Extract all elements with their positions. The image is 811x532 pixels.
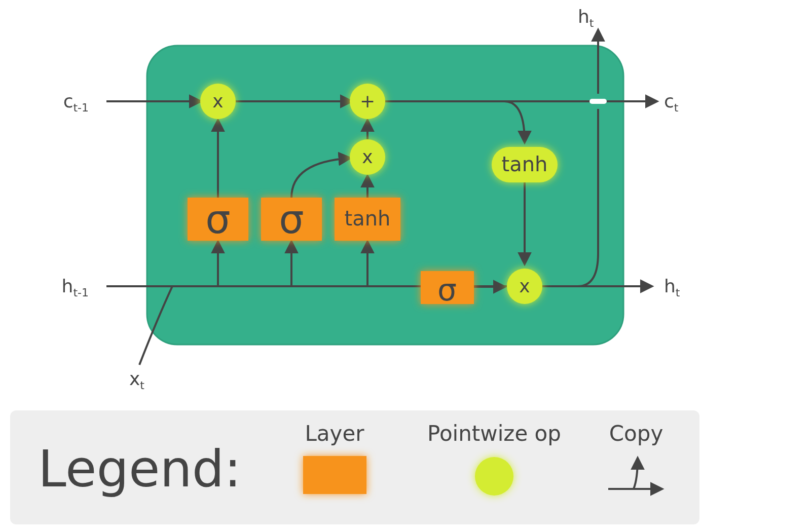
sigma-layer-3: σ: [421, 271, 474, 308]
add-op-label: +: [360, 91, 375, 111]
mul-op-2-label: x: [362, 146, 373, 167]
sigma-layer-2: σ: [261, 197, 322, 242]
mul-op-3-label: x: [519, 276, 530, 296]
legend-layer-label: Layer: [305, 421, 364, 446]
mul-op-1: x: [200, 84, 236, 119]
legend-layer-swatch: [303, 456, 366, 494]
mul-op-1-label: x: [212, 91, 223, 111]
tanh-layer: tanh: [335, 198, 400, 241]
mul-op-3: x: [507, 269, 542, 304]
c-t-label: ct: [664, 91, 679, 114]
h-prev-label: ht-1: [62, 276, 89, 299]
sigma-2-label: σ: [279, 197, 304, 242]
h-t-bottom-label: ht: [664, 276, 680, 299]
sigma-layer-1: σ: [188, 197, 248, 242]
tanh-layer-label: tanh: [345, 207, 391, 230]
tanh-op-label: tanh: [502, 153, 548, 176]
sigma-1-label: σ: [205, 197, 230, 242]
legend-copy-label: Copy: [609, 421, 663, 446]
x-t-label: xt: [129, 368, 144, 392]
legend-title: Legend:: [38, 439, 241, 499]
mul-op-2: x: [350, 139, 385, 175]
legend-pointwise-swatch: [475, 457, 513, 496]
legend-pointwise-label: Pointwize op: [427, 421, 561, 446]
add-op: +: [350, 84, 385, 119]
sigma-3-label: σ: [437, 272, 457, 308]
tanh-op: tanh: [492, 147, 558, 182]
c-prev-label: ct-1: [63, 91, 89, 114]
h-t-top-label: ht: [578, 6, 594, 29]
